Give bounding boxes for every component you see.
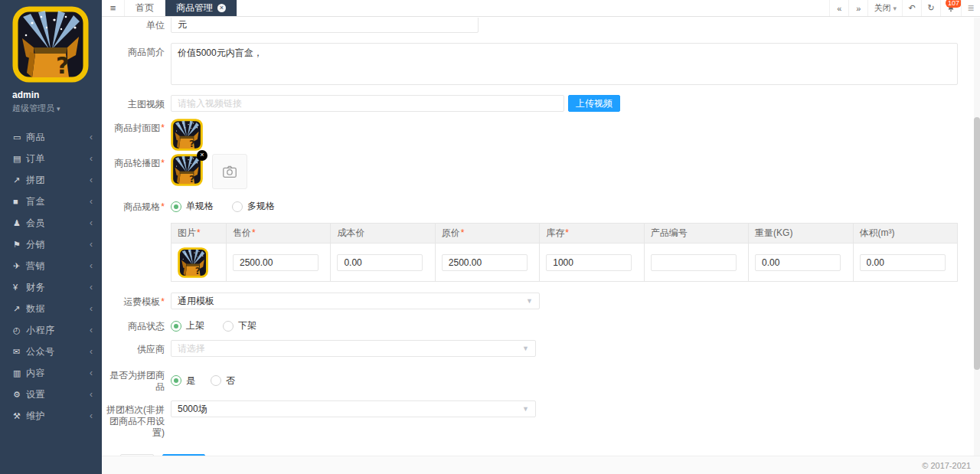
sidebar-item-groupbuy[interactable]: ↗拼团‹ [0, 169, 102, 191]
field-label: 商品简介 [102, 43, 171, 85]
sidebar-item-goods[interactable]: ▭商品‹ [0, 126, 102, 148]
chevron-down-icon: ▾ [893, 5, 897, 12]
original-price-input[interactable] [442, 254, 528, 271]
column-header-original-price: 原价* [435, 224, 539, 244]
field-spec-type: 商品规格* 单规格 多规格 [102, 198, 980, 213]
is-groupbuy-radios: 是 否 [171, 366, 253, 393]
field-label: 拼团档次(非拼团商品不用设置) [102, 400, 171, 439]
tab-home[interactable]: 首页 [125, 0, 165, 16]
refresh-icon[interactable]: ↻ [921, 0, 940, 16]
sidebar-item-data[interactable]: ↗数据‹ [0, 298, 102, 319]
radio-single-spec[interactable]: 单规格 [171, 200, 214, 213]
sidebar-item-marketing[interactable]: ✈营销‹ [0, 255, 102, 276]
username: admin [12, 90, 102, 100]
field-label: 商品封面图* [102, 119, 171, 151]
radio-yes[interactable]: 是 [171, 374, 195, 387]
more-menu-icon[interactable]: ≣ [961, 0, 980, 16]
column-header-volume: 体积(m³) [853, 224, 957, 244]
field-label: 供应商 [102, 340, 171, 357]
supplier-select[interactable]: 请选择▼ [171, 340, 536, 357]
camera-icon [221, 163, 238, 180]
chevron-down-icon: ▼ [522, 405, 529, 413]
chevron-left-icon: ‹ [90, 389, 93, 400]
radio-multi-spec[interactable]: 多规格 [232, 200, 275, 213]
chevron-left-icon: ‹ [90, 239, 93, 250]
carousel-image-thumbnail[interactable]: × [171, 154, 203, 186]
sidebar-nav: ▭商品‹ ▤订单‹ ↗拼团‹ ■盲盒‹ ♟会员‹ ⚑分销‹ ✈营销‹ ¥财务‹ … [0, 126, 102, 427]
member-icon: ♟ [13, 218, 26, 228]
chevron-left-icon: ‹ [90, 325, 93, 335]
close-tabs-dropdown[interactable]: 关闭 ▾ [867, 0, 902, 16]
chevron-left-icon: ‹ [90, 175, 93, 185]
radio-on-shelf[interactable]: 上架 [171, 319, 204, 332]
remove-image-icon[interactable]: × [197, 150, 207, 161]
tab-close-icon[interactable]: × [217, 4, 226, 12]
chevron-down-icon: ▼ [522, 345, 529, 352]
chevron-left-icon: ‹ [90, 196, 93, 207]
vertical-scrollbar[interactable] [974, 18, 980, 456]
goods-icon: ▭ [13, 132, 26, 142]
hamburger-menu-icon[interactable]: ≡ [102, 0, 125, 16]
scroll-tabs-right-icon[interactable]: » [848, 0, 867, 16]
spec-type-radios: 单规格 多规格 [171, 198, 293, 213]
order-icon: ▤ [13, 154, 26, 164]
sku-input[interactable] [651, 254, 737, 271]
radio-icon [171, 321, 181, 332]
spec-table: 图片* 售价* 成本价 原价* 库存* 产品编号 重量(KG) 体积(m³) [171, 223, 958, 282]
field-label: 商品状态 [102, 317, 171, 332]
radio-icon [171, 201, 181, 212]
content-icon: ▥ [13, 368, 26, 378]
cover-image-thumbnail[interactable] [171, 119, 203, 151]
field-supplier: 供应商 请选择▼ [102, 340, 980, 357]
stock-input[interactable] [546, 254, 632, 271]
finance-icon: ¥ [13, 283, 26, 292]
sidebar-item-official-account[interactable]: ✉公众号‹ [0, 341, 102, 362]
cost-input[interactable] [337, 254, 423, 271]
intro-textarea[interactable]: 价值5000元内盲盒， [171, 43, 958, 85]
blindbox-icon: ■ [13, 197, 26, 206]
radio-icon [232, 201, 243, 212]
field-status: 商品状态 上架 下架 [102, 317, 980, 332]
unit-input[interactable] [171, 18, 479, 33]
sidebar-item-finance[interactable]: ¥财务‹ [0, 276, 102, 298]
field-label: 是否为拼团商品 [102, 366, 171, 393]
blindbox-image[interactable] [178, 247, 208, 278]
chevron-down-icon: ▼ [526, 297, 533, 305]
sidebar-item-settings[interactable]: ⚙设置‹ [0, 384, 102, 405]
radio-no[interactable]: 否 [211, 374, 235, 387]
field-label: 主图视频 [102, 95, 171, 112]
price-input[interactable] [233, 254, 318, 271]
volume-input[interactable] [860, 254, 946, 271]
sidebar-item-members[interactable]: ♟会员‹ [0, 212, 102, 234]
radio-icon [223, 321, 234, 332]
add-image-button[interactable] [212, 154, 247, 189]
back-icon[interactable]: ↶ [902, 0, 921, 16]
role-dropdown[interactable]: 超级管理员 ▾ [12, 103, 102, 114]
sidebar-item-miniprogram[interactable]: ◴小程序‹ [0, 319, 102, 341]
settings-icon: ⚙ [13, 390, 26, 400]
chevron-left-icon: ‹ [90, 368, 93, 378]
chevron-left-icon: ‹ [90, 410, 93, 421]
weight-input[interactable] [755, 254, 841, 271]
sidebar-item-orders[interactable]: ▤订单‹ [0, 148, 102, 169]
notifications-button[interactable]: 107 [940, 0, 961, 16]
groupbuy-tier-select[interactable]: 5000场▼ [171, 400, 536, 417]
field-label: 运费模板* [102, 293, 171, 309]
video-link-input[interactable] [171, 95, 564, 112]
tab-product-management[interactable]: 商品管理 × [165, 0, 237, 16]
freight-template-select[interactable]: 通用模板▼ [171, 293, 540, 309]
column-header-stock: 库存* [540, 224, 644, 244]
official-account-icon: ✉ [13, 347, 26, 357]
radio-off-shelf[interactable]: 下架 [223, 319, 256, 332]
copyright-text: © 2017-2021 [922, 461, 971, 470]
scrollbar-thumb[interactable] [974, 117, 980, 370]
scroll-tabs-left-icon[interactable]: « [829, 0, 848, 16]
sidebar-item-distribution[interactable]: ⚑分销‹ [0, 234, 102, 255]
chevron-left-icon: ‹ [90, 217, 93, 228]
sidebar-item-maintenance[interactable]: ⚒维护‹ [0, 405, 102, 427]
upload-video-button[interactable]: 上传视频 [568, 95, 620, 112]
avatar [12, 6, 89, 83]
spec-table-header-row: 图片* 售价* 成本价 原价* 库存* 产品编号 重量(KG) 体积(m³) [172, 224, 958, 244]
sidebar-item-content[interactable]: ▥内容‹ [0, 362, 102, 384]
sidebar-item-blindbox[interactable]: ■盲盒‹ [0, 191, 102, 212]
